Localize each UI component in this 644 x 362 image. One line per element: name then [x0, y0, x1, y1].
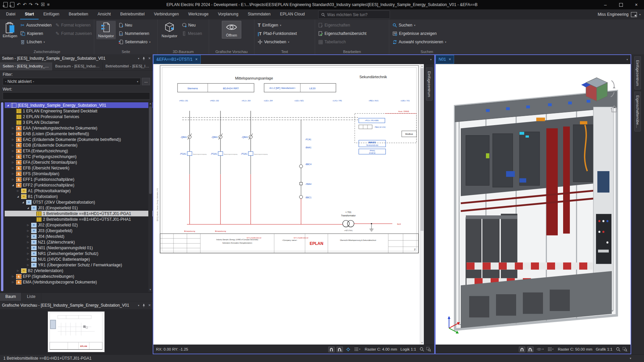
scrollbar-thumb[interactable]	[149, 106, 152, 194]
ribbon-tab-start[interactable]: Start	[20, 9, 39, 19]
zoom-icon[interactable]	[419, 347, 424, 352]
expand-arrow-icon[interactable]: ▷	[26, 252, 30, 255]
tree-item[interactable]: ▷+J03 (Übergabefeld)	[5, 228, 153, 234]
ribbon-tab-bearbeiten[interactable]: Bearbeiten	[64, 9, 93, 19]
insert-center-tab[interactable]: Einfügezentrum	[426, 67, 433, 101]
expand-arrow-icon[interactable]: ▷	[11, 144, 15, 147]
statusbar-chevron-icon[interactable]: ▾	[630, 357, 631, 360]
expand-arrow-icon[interactable]: ▷	[16, 269, 20, 272]
search-box[interactable]: Was möchten Sie tun?	[318, 10, 390, 19]
expand-arrow-icon[interactable]: ▷	[11, 155, 15, 158]
ribbon-tab-einf-gen[interactable]: Einfügen	[39, 9, 64, 19]
redo-icon[interactable]: ↷	[29, 2, 33, 7]
tree-item[interactable]: ▷&EAA (Verwaltungstechnische Dokumente)	[5, 125, 153, 131]
open-page-icon[interactable]	[10, 2, 14, 7]
layout-space-new-button[interactable]: Neu	[181, 21, 203, 29]
ribbon-tab-verbindungen[interactable]: Verbindungen	[149, 9, 184, 19]
tree-item[interactable]: ◢[EES]_Industry_Sample_Energy_Substation…	[5, 102, 153, 108]
expand-arrow-icon[interactable]: ▷	[26, 258, 30, 261]
tab-close-icon[interactable]: ×	[449, 57, 451, 62]
zoom-window-icon[interactable]	[426, 347, 431, 352]
path-function-text-button[interactable]: |T Pfad-Funktionstext	[256, 30, 298, 37]
redo-list-icon[interactable]: ↷	[35, 2, 39, 7]
layout-3d-canvas[interactable]	[436, 64, 631, 345]
expand-arrow-icon[interactable]: ▷	[11, 138, 15, 141]
layout-space-navigator-button[interactable]: Navigator	[160, 21, 179, 39]
expand-arrow-icon[interactable]: ▷	[11, 167, 15, 169]
tree-item[interactable]: ▷&ETC (Fertigungszeichnungen)	[5, 154, 153, 159]
move-button[interactable]: Verschieben ▾	[256, 38, 298, 46]
tab-close-icon[interactable]: ×	[195, 57, 198, 62]
cut-button[interactable]: ✂ Ausschneiden	[19, 21, 53, 29]
tree-item[interactable]: ▷+J02 (Einspeisefeld 02)	[5, 222, 153, 228]
tree-item[interactable]: ▷&EFB (Übersicht Netzwerk)	[5, 165, 153, 171]
pages-panel-header[interactable]: Seiten - [EES]_Industry_Sample_Energy_Su…	[0, 54, 153, 62]
tree-item[interactable]: ▷&EDB (Erläuternde Dokumente)	[5, 142, 153, 148]
new-page-icon[interactable]	[3, 2, 8, 7]
navigator-tab[interactable]: Betriebsmittel - [EES]_Ind...	[103, 62, 153, 70]
ribbon-tab-stammdaten[interactable]: Stammdaten	[243, 9, 275, 19]
paste-button[interactable]: Einfügen	[2, 21, 18, 39]
tree-item[interactable]: ▷&EAC (Erläuternde Dokumente (Dokumente …	[5, 137, 153, 142]
tree-item[interactable]: 2 Betriebsmittelliste ==B1=HD1+ÜTST.J01-…	[5, 216, 153, 222]
expand-arrow-icon[interactable]: ▷	[11, 133, 15, 135]
search-button[interactable]: Suchen ▾	[391, 21, 448, 29]
tree-item[interactable]: ▷+NU1 (24VDC Batterieanlage)	[5, 256, 153, 262]
undo-icon[interactable]: ↶	[17, 2, 20, 7]
maximize-button[interactable]	[613, 0, 629, 9]
tree-item[interactable]: ▷&EAB (Listen (Dokumente betreffend))	[5, 131, 153, 137]
tree-item[interactable]: ▷=A1 (Photovoltaikanlage)	[5, 188, 153, 194]
close-button[interactable]: ×	[629, 0, 644, 9]
tree-item[interactable]: 2 EPLAN Professional Services	[5, 114, 153, 119]
tree-focus-scrollbar[interactable]	[1, 102, 3, 291]
object-snap-button[interactable]	[337, 347, 343, 352]
expand-arrow-icon[interactable]: ▷	[11, 127, 15, 130]
expand-arrow-icon[interactable]: ▷	[11, 275, 15, 278]
graphical-preview-area[interactable]: EPLAN	[0, 309, 153, 354]
canvas-vertical-scrollbar[interactable]: ▲ ▼	[420, 64, 424, 345]
page-navigator-button[interactable]: Navigator	[96, 21, 116, 39]
expand-arrow-icon[interactable]: ◢	[6, 104, 10, 107]
scrollbar-thumb[interactable]	[420, 68, 424, 231]
zoom-icon[interactable]	[616, 347, 621, 352]
insert-center-edge-tab[interactable]: Einfügezentrum	[634, 56, 641, 90]
preview-panel-header[interactable]: Grafische Vorschau - [EES]_Industry_Samp…	[0, 301, 153, 309]
scroll-down-icon[interactable]: ▼	[420, 341, 424, 345]
user-menu[interactable]: Miss Engineering ▾	[598, 9, 641, 19]
expand-arrow-icon[interactable]: ▷	[26, 235, 30, 238]
tree-item[interactable]: ▷+N01 (Niederspannungsfeld 01)	[5, 245, 153, 251]
tabular-button[interactable]: Tabellarisch	[317, 38, 368, 46]
sync-selection-button[interactable]: Auswahl synchronisieren ▾	[391, 38, 448, 46]
page-preview-thumbnail[interactable]: EPLAN	[48, 311, 105, 352]
expand-arrow-icon[interactable]: ▷	[16, 190, 20, 192]
expand-arrow-icon[interactable]: ▷	[26, 247, 30, 249]
navigator-tab[interactable]: Bauraum - [EES]_Industry...	[53, 62, 103, 70]
tree-item[interactable]: ▷&EMA (Verbindungsbezogene Dokumente)	[5, 279, 153, 285]
tree-item[interactable]: ▷&EFS (Stromlaufplan)	[5, 171, 153, 176]
visibility-button[interactable]: ▾	[536, 347, 545, 352]
ribbon-tab-eplan-cloud[interactable]: EPLAN Cloud	[275, 9, 309, 19]
properties-overview-button[interactable]: Eigenschaftenübersicht	[317, 30, 368, 37]
snap-button[interactable]	[519, 347, 525, 352]
expand-arrow-icon[interactable]: ▷	[26, 229, 30, 232]
navigator-tab[interactable]: Seiten - [EES]_Industry_Sa...	[0, 62, 53, 70]
tree-item[interactable]: ▷&EFA (Übersicht Stromlaufplan)	[5, 159, 153, 165]
format-copy-button[interactable]: ✎ Format kopieren	[54, 21, 93, 29]
expand-arrow-icon[interactable]: ◢	[26, 207, 30, 209]
layout-doc-tab[interactable]: N01 ×	[436, 55, 454, 64]
preview-open-button[interactable]: Öffnen	[222, 21, 241, 39]
scroll-up-icon[interactable]: ▲	[148, 102, 152, 106]
view-tab-liste[interactable]: Liste	[21, 293, 41, 301]
schematic-canvas[interactable]: [EES]_Industry_Sample_Energy_Substation_…	[153, 64, 424, 345]
page-new-button[interactable]: Neu	[117, 21, 152, 29]
snap-button[interactable]	[328, 347, 335, 352]
ribbon-tab-ansicht[interactable]: Ansicht	[93, 9, 115, 19]
measure-button[interactable]: Messen	[181, 30, 203, 37]
filter-more-button[interactable]: ...	[142, 78, 150, 85]
minimize-button[interactable]: –	[598, 0, 613, 9]
expand-arrow-icon[interactable]: ▷	[11, 150, 15, 152]
text-insert-button[interactable]: T Einfügen ▾	[256, 21, 298, 29]
expand-arrow-icon[interactable]: ◢	[16, 195, 20, 198]
ribbon-tab-datei[interactable]: Datei	[1, 9, 20, 19]
pin-icon[interactable]	[142, 304, 146, 307]
